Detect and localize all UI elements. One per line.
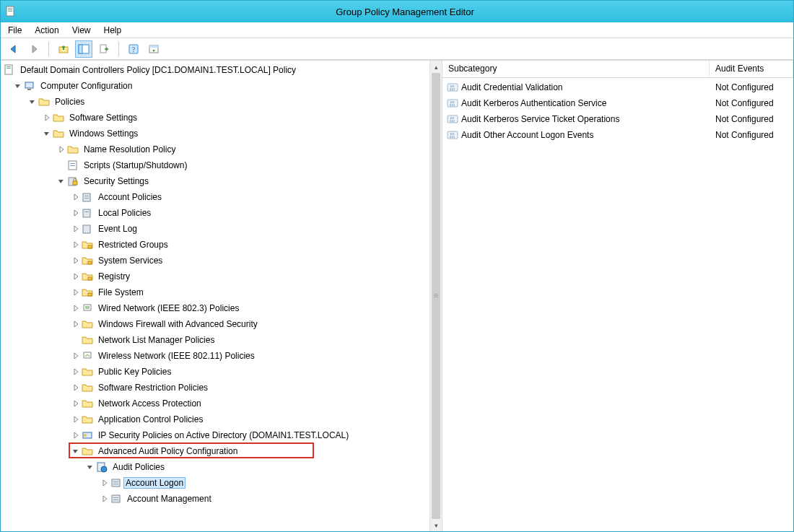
tree-scripts[interactable]: Scripts (Startup/Shutdown) [1, 157, 429, 173]
svg-rect-23 [84, 196, 89, 196]
expander-open-icon[interactable] [71, 447, 80, 455]
up-level-button[interactable] [55, 40, 72, 58]
column-header-audit-events[interactable]: Audit Events [710, 61, 793, 77]
tree-label: Audit Policies [110, 461, 167, 473]
tree-label: IP Security Policies on Active Directory… [96, 429, 351, 441]
folder-icon [53, 112, 64, 123]
expander-closed-icon[interactable] [71, 193, 80, 201]
expander-closed-icon[interactable] [71, 256, 80, 265]
tree-local-policies[interactable]: Local Policies [1, 205, 429, 221]
tree-audit-policies[interactable]: Audit Policies [1, 459, 429, 475]
tree-pane: Default Domain Controllers Policy [DC1.D… [1, 61, 442, 531]
expander-closed-icon[interactable] [71, 367, 80, 376]
security-icon [67, 175, 79, 187]
expander-closed-icon[interactable] [71, 224, 80, 233]
column-header-subcategory[interactable]: Subcategory [442, 61, 710, 77]
scroll-down-button[interactable]: ▾ [430, 519, 442, 531]
tree-label: Policies [53, 96, 87, 108]
expander-closed-icon[interactable] [71, 383, 80, 392]
tree-wired-network[interactable]: Wired Network (IEEE 802.3) Policies [1, 300, 429, 316]
locked-folder-icon [82, 271, 93, 282]
expander-closed-icon[interactable] [71, 272, 80, 281]
menu-file[interactable]: File [8, 25, 22, 35]
expander-closed-icon[interactable] [71, 352, 80, 360]
menu-bar: File Action View Help [1, 22, 793, 38]
list-row[interactable]: 101010Audit Other Account Logon EventsNo… [442, 127, 793, 143]
expander-closed-icon[interactable] [71, 288, 80, 297]
expander-open-icon[interactable] [28, 97, 37, 106]
tree-software-settings[interactable]: Software Settings [1, 110, 429, 126]
expander-open-icon[interactable] [43, 129, 51, 138]
svg-rect-42 [113, 497, 118, 498]
tree-advanced-audit[interactable]: Advanced Audit Policy Configuration [1, 443, 429, 459]
expander-open-icon[interactable] [86, 463, 95, 471]
locked-folder-icon [82, 255, 93, 266]
expander-closed-icon[interactable] [71, 415, 80, 424]
expander-closed-icon[interactable] [100, 494, 109, 503]
svg-point-37 [101, 466, 107, 472]
tree-label: Windows Settings [67, 128, 140, 139]
tree-label: Application Control Policies [96, 414, 205, 425]
locked-folder-icon [82, 239, 93, 250]
properties-button[interactable] [145, 40, 162, 58]
menu-help[interactable]: Help [104, 25, 122, 35]
tree-network-access-protection[interactable]: Network Access Protection [1, 396, 429, 411]
tree-windows-settings[interactable]: Windows Settings [1, 126, 429, 141]
svg-rect-41 [112, 495, 120, 502]
tree-computer-configuration[interactable]: Computer Configuration [1, 78, 429, 94]
expander-closed-icon[interactable] [71, 304, 80, 313]
tree-wireless-network[interactable]: Wireless Network (IEEE 802.11) Policies [1, 348, 429, 364]
tree-file-system[interactable]: File System [1, 284, 429, 300]
tree-name-resolution[interactable]: Name Resolution Policy [1, 141, 429, 157]
tree-root[interactable]: Default Domain Controllers Policy [DC1.D… [1, 62, 429, 78]
list-body[interactable]: 101010Audit Credential ValidationNot Con… [442, 78, 793, 531]
expander-closed-icon[interactable] [57, 145, 66, 154]
tree-container[interactable]: Default Domain Controllers Policy [DC1.D… [1, 61, 429, 531]
expander-closed-icon[interactable] [71, 431, 80, 440]
tree-scrollbar[interactable]: ▴ ▾ [429, 61, 442, 531]
svg-rect-29 [88, 261, 92, 264]
tree-software-restriction[interactable]: Software Restriction Policies [1, 380, 429, 396]
tree-windows-firewall[interactable]: Windows Firewall with Advanced Security [1, 316, 429, 332]
expander-closed-icon[interactable] [71, 399, 80, 408]
list-row[interactable]: 101010Audit Credential ValidationNot Con… [442, 79, 793, 95]
tree-registry[interactable]: Registry [1, 269, 429, 284]
forward-button[interactable] [25, 40, 43, 58]
list-row[interactable]: 101010Audit Kerberos Service Ticket Oper… [442, 111, 793, 127]
tree-account-logon[interactable]: Account Logon [1, 475, 429, 491]
scroll-up-button[interactable]: ▴ [430, 61, 442, 73]
tree-account-policies[interactable]: Account Policies [1, 189, 429, 205]
menu-view[interactable]: View [72, 25, 91, 35]
tree-event-log[interactable]: Event Log [1, 221, 429, 237]
expander-closed-icon[interactable] [71, 240, 80, 249]
list-row[interactable]: 101010Audit Kerberos Authentication Serv… [442, 95, 793, 111]
help-button[interactable]: ? [125, 40, 142, 58]
svg-rect-16 [27, 89, 31, 90]
tree-ip-security[interactable]: IP Security Policies on Active Directory… [1, 427, 429, 443]
tree-network-list-manager[interactable]: Network List Manager Policies [1, 332, 429, 348]
expander-open-icon[interactable] [57, 177, 66, 186]
tree-system-services[interactable]: System Services [1, 253, 429, 269]
menu-action[interactable]: Action [35, 25, 58, 35]
back-button[interactable] [5, 40, 22, 58]
svg-rect-2 [8, 9, 12, 10]
export-list-button[interactable] [95, 40, 113, 58]
expander-closed-icon[interactable] [100, 479, 109, 487]
show-hide-tree-button[interactable] [75, 40, 92, 58]
tree-application-control[interactable]: Application Control Policies [1, 411, 429, 427]
list-header: Subcategory Audit Events [442, 61, 793, 78]
tree-security-settings[interactable]: Security Settings [1, 173, 429, 189]
svg-rect-13 [6, 66, 11, 67]
expander-closed-icon[interactable] [71, 320, 80, 328]
tree-account-management[interactable]: Account Management [1, 491, 429, 507]
list-item-audit-events: Not Configured [710, 82, 793, 92]
expander-closed-icon[interactable] [71, 209, 80, 217]
expander-open-icon[interactable] [14, 82, 22, 90]
tree-public-key[interactable]: Public Key Policies [1, 364, 429, 380]
expander-closed-icon[interactable] [43, 113, 51, 122]
tree-label: Network List Manager Policies [96, 334, 217, 346]
tree-restricted-groups[interactable]: Restricted Groups [1, 237, 429, 253]
svg-rect-14 [6, 68, 11, 69]
tree-policies[interactable]: Policies [1, 94, 429, 110]
scroll-thumb[interactable] [432, 73, 440, 519]
